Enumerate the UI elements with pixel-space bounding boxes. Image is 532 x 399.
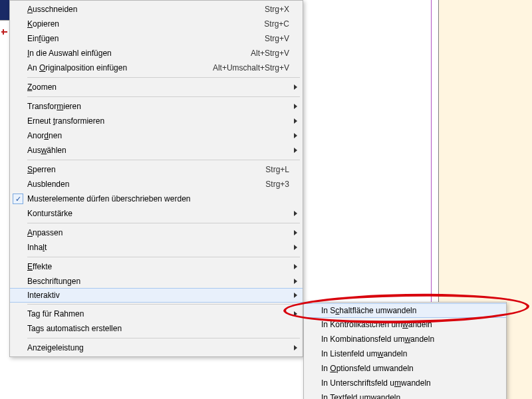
submenu-arrow-icon	[294, 311, 297, 317]
submenu-arrow-icon	[294, 104, 297, 109]
menu-item-label: Inhalt	[27, 243, 294, 252]
menu-item-label: Tag für Rahmen	[27, 309, 294, 319]
menu-shortcut: Strg+V	[265, 34, 299, 43]
context-menu-item[interactable]: AusblendenStrg+3	[10, 177, 303, 192]
menu-item-label: Erneut transformieren	[27, 116, 294, 126]
submenu-item[interactable]: In Optionsfeld umwandeln	[304, 361, 506, 376]
submenu-arrow-icon	[294, 293, 297, 298]
menu-item-label: In Kombinationsfeld umwandeln	[321, 334, 502, 344]
menu-item-label: Beschriftungen	[27, 277, 294, 286]
context-menu-item[interactable]: Anordnen	[10, 128, 303, 143]
menu-item-label: Anpassen	[27, 228, 294, 237]
context-menu-item[interactable]: AusschneidenStrg+X	[10, 2, 303, 17]
menu-separator	[27, 96, 300, 97]
menu-shortcut: Alt+Umschalt+Strg+V	[213, 63, 299, 72]
context-menu-item[interactable]: ✓Musterelemente dürfen überschrieben wer…	[10, 192, 303, 206]
context-menu-item[interactable]: Interaktiv	[10, 288, 303, 303]
context-menu-item[interactable]: Konturstärke	[10, 206, 303, 221]
menu-item-label: In Textfeld umwandeln	[321, 393, 502, 399]
menu-item-label: An Originalposition einfügen	[27, 63, 213, 72]
menu-separator	[27, 257, 300, 257]
context-menu-item[interactable]: Tags automatisch erstellen	[10, 321, 303, 336]
ruler-marker	[0, 29, 9, 36]
menu-item-label: Interaktiv	[27, 291, 294, 300]
context-menu-item[interactable]: An Originalposition einfügenAlt+Umschalt…	[10, 61, 303, 75]
context-menu-item[interactable]: Anzeigeleistung	[10, 340, 303, 355]
context-menu-item[interactable]: Zoomen	[10, 80, 303, 94]
menu-item-label: In die Auswahl einfügen	[27, 49, 251, 58]
menu-item-label: In Optionsfeld umwandeln	[321, 364, 502, 373]
context-menu-item[interactable]: EinfügenStrg+V	[10, 31, 303, 46]
submenu-arrow-icon	[294, 118, 297, 124]
menu-item-label: Auswählen	[27, 146, 294, 155]
context-menu-item[interactable]: In die Auswahl einfügenAlt+Strg+V	[10, 46, 303, 61]
menu-item-label: Effekte	[27, 262, 294, 271]
submenu-item[interactable]: In Kontrollkästchen umwandeln	[304, 317, 506, 332]
submenu-arrow-icon	[294, 84, 297, 90]
menu-item-label: Sperren	[27, 165, 265, 174]
menu-item-label: Tags automatisch erstellen	[27, 324, 299, 333]
context-menu-item[interactable]: Tag für Rahmen	[10, 307, 303, 321]
check-icon: ✓	[13, 194, 23, 204]
menu-item-label: In Listenfeld umwandeln	[321, 349, 502, 358]
menu-item-label: Zoomen	[27, 82, 294, 92]
menu-item-label: Anzeigeleistung	[27, 343, 294, 352]
submenu-item[interactable]: In Listenfeld umwandeln	[304, 346, 506, 361]
menu-item-label: Konturstärke	[27, 209, 294, 218]
context-menu-item[interactable]: Effekte	[10, 259, 303, 274]
submenu-interaktiv: In Schaltfläche umwandelnIn Kontrollkäst…	[303, 302, 507, 399]
submenu-item[interactable]: In Schaltfläche umwandeln	[304, 303, 506, 318]
context-menu-item[interactable]: SperrenStrg+L	[10, 162, 303, 177]
context-menu-item[interactable]: Transformieren	[10, 99, 303, 114]
menu-item-label: Musterelemente dürfen überschrieben werd…	[27, 194, 299, 203]
menu-separator	[27, 223, 300, 223]
menu-item-label: Transformieren	[27, 102, 294, 111]
submenu-item[interactable]: In Unterschriftsfeld umwandeln	[304, 376, 506, 390]
submenu-arrow-icon	[294, 230, 297, 235]
menu-item-label: Ausschneiden	[27, 5, 265, 14]
menu-separator	[27, 338, 300, 338]
context-menu-item[interactable]: Erneut transformieren	[10, 114, 303, 128]
submenu-arrow-icon	[294, 279, 297, 284]
menu-item-label: In Schaltfläche umwandeln	[321, 306, 502, 315]
context-menu: AusschneidenStrg+XKopierenStrg+CEinfügen…	[9, 0, 303, 357]
submenu-item[interactable]: In Kombinationsfeld umwandeln	[304, 332, 506, 346]
menu-shortcut: Strg+C	[264, 19, 299, 29]
submenu-arrow-icon	[294, 211, 297, 216]
submenu-arrow-icon	[294, 264, 297, 269]
menu-separator	[27, 160, 300, 160]
menu-item-label: In Unterschriftsfeld umwandeln	[321, 378, 502, 388]
context-menu-item[interactable]: KopierenStrg+C	[10, 17, 303, 31]
menu-shortcut: Alt+Strg+V	[251, 49, 299, 58]
menu-separator	[27, 77, 300, 78]
context-menu-item[interactable]: Anpassen	[10, 225, 303, 240]
menu-item-label: Ausblenden	[27, 180, 265, 189]
menu-separator	[27, 304, 300, 305]
menu-shortcut: Strg+3	[265, 180, 299, 189]
submenu-arrow-icon	[294, 345, 297, 350]
menu-shortcut: Strg+L	[265, 165, 299, 174]
menu-item-label: In Kontrollkästchen umwandeln	[321, 320, 502, 329]
context-menu-item[interactable]: Auswählen	[10, 143, 303, 158]
context-menu-item[interactable]: Inhalt	[10, 240, 303, 255]
menu-item-label: Kopieren	[27, 19, 264, 29]
context-menu-item[interactable]: Beschriftungen	[10, 274, 303, 289]
submenu-arrow-icon	[294, 133, 297, 138]
menu-item-label: Anordnen	[27, 131, 294, 140]
submenu-item[interactable]: In Textfeld umwandeln	[304, 390, 506, 399]
window-chrome	[0, 0, 9, 20]
submenu-arrow-icon	[294, 148, 297, 153]
menu-shortcut: Strg+X	[265, 5, 299, 14]
submenu-arrow-icon	[294, 245, 297, 250]
menu-item-label: Einfügen	[27, 34, 265, 43]
